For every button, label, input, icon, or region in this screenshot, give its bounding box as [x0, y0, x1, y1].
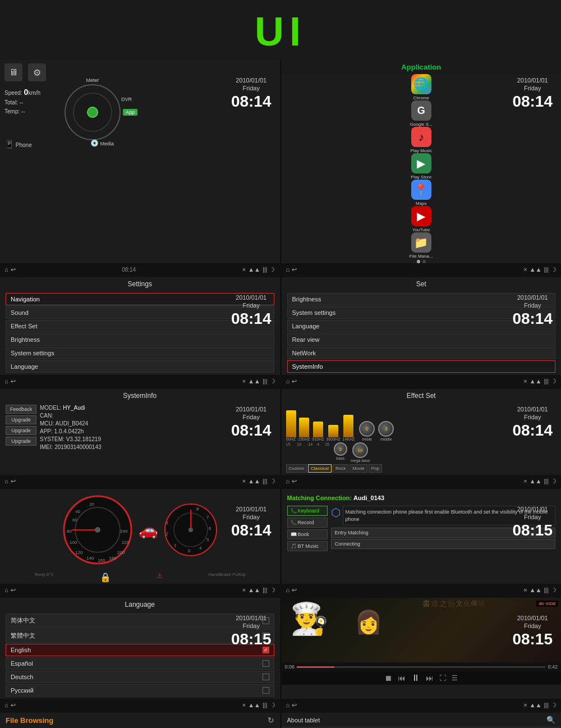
set-sysinfo[interactable]: SystemInfo [287, 360, 556, 373]
treble-knob[interactable]: 0 [359, 421, 375, 437]
file-label: File Mana... [410, 254, 433, 259]
lang-spanish[interactable]: Español [6, 657, 274, 670]
sysinfo-back-btn[interactable]: ↩ [11, 478, 16, 485]
lang-russian-checkbox[interactable] [263, 687, 269, 694]
bass-knob[interactable]: 2 [334, 442, 347, 456]
upgrade-btn-2[interactable]: Upgrade [6, 426, 36, 435]
set-home-btn[interactable]: ⌂ [286, 378, 290, 384]
panel-application: Application 🌐 Chrome G Google S... ♪ Pla… [282, 60, 562, 276]
app-maps[interactable]: 📍 Maps [282, 180, 562, 206]
model-row: MODEL: HY_Audi [40, 405, 102, 411]
video-home-btn[interactable]: ⌂ [286, 702, 290, 708]
app-youtube[interactable]: ▶ YouTube [282, 206, 562, 232]
video-4k-badge: 4K VIDE [536, 601, 558, 607]
preset-classical[interactable]: Classical [308, 464, 332, 473]
woman-icon: 👩 [355, 609, 383, 635]
speedo-datetime: 2010/01/01 Friday 08:14 [231, 506, 272, 539]
home-btn[interactable]: ⌂ [4, 266, 8, 273]
play-btn[interactable]: ⏸ [411, 673, 420, 683]
bt-record[interactable]: 📞 Record [287, 518, 328, 528]
bt-book[interactable]: 📖 Book [287, 529, 328, 539]
svg-text:2: 2 [165, 532, 168, 537]
settings-system[interactable]: System settings [6, 347, 274, 359]
file-refresh-icon[interactable]: ↻ [268, 716, 274, 725]
video-content: 書 道 之 藝 文 化 傳 統 👨‍🍳 👩 4K VIDE 0:06 [282, 598, 562, 699]
speedo-home-btn[interactable]: ⌂ [4, 587, 8, 593]
video-datetime: 2010/01/01 Friday 08:15 [512, 615, 553, 648]
lang-traditional-chinese-label: 繁體中文 [11, 631, 35, 640]
speedo-back-btn[interactable]: ↩ [11, 587, 16, 594]
svg-text:4: 4 [199, 546, 202, 551]
app-back-btn[interactable]: ↩ [292, 266, 297, 273]
right-gauge-svg: 3 2 1 0 4 5 6 7 8 [163, 502, 219, 558]
app-filemanager[interactable]: 📁 File Mana... [282, 232, 562, 259]
lang-bottom-bar: ⌂↩ ×▲▲|||☽ [0, 699, 280, 711]
bt-music[interactable]: 🎵 BT Music [287, 541, 328, 551]
upgrade-btn-3[interactable]: Upgrade [6, 437, 36, 446]
effect-datetime: 2010/01/01 Friday 08:14 [512, 406, 553, 439]
bt-keyboard[interactable]: 📞 Keyboard [287, 506, 328, 516]
settings-back-btn[interactable]: ↩ [11, 378, 16, 385]
svg-text:6: 6 [209, 526, 211, 531]
lang-german[interactable]: Deutsch [6, 671, 274, 683]
set-rearview[interactable]: Rear view [287, 333, 556, 346]
progress-bar[interactable] [297, 666, 545, 668]
fullscreen-btn[interactable]: ⛶ [439, 674, 446, 682]
svg-text:160: 160 [98, 558, 105, 563]
btmusic-icon: 🎵 [291, 543, 297, 549]
app-store[interactable]: ▶ Play Store [282, 153, 562, 180]
app-music[interactable]: ♪ Play Music [282, 127, 562, 153]
settings-icon-box: ⚙ [28, 63, 46, 81]
home-time-small: 08:14 [122, 267, 136, 273]
lang-home-btn[interactable]: ⌂ [4, 702, 8, 708]
settings-brightness[interactable]: Brightness [6, 333, 274, 346]
svg-text:80: 80 [67, 529, 72, 534]
progress-fill [297, 666, 334, 668]
speedo-status: Temp 0°C 🔒 ⚠ HandBrake PullUp [0, 571, 280, 584]
about-search-icon[interactable]: 🔍 [546, 716, 555, 724]
middle-label: middle [380, 437, 392, 441]
effect-back-btn[interactable]: ↩ [292, 478, 297, 485]
next-btn[interactable]: ⏭ [426, 674, 434, 683]
set-network[interactable]: NetWork [287, 347, 556, 359]
preset-movie[interactable]: Movie [350, 464, 367, 473]
speedo-bottom-bar: ⌂↩ ×▲▲|||☽ [0, 584, 280, 596]
treble-label: treble [362, 437, 372, 441]
bt-back-btn[interactable]: ↩ [292, 587, 297, 594]
wifi-icon: ▲▲ [248, 266, 260, 273]
lang-simplified-chinese-label: 简体中文 [11, 616, 35, 625]
sysinfo-panel-title: SystemInfo [0, 389, 280, 402]
set-back-btn[interactable]: ↩ [292, 378, 297, 385]
playlist-btn[interactable]: ☰ [452, 674, 458, 682]
settings-home-btn[interactable]: ⌂ [4, 378, 8, 384]
upgrade-btn-1[interactable]: Upgrade [6, 415, 36, 424]
panel-effect: Effect Set 60HZ 230HZ 910HZ 3600HZ [282, 389, 562, 487]
app-home-btn[interactable]: ⌂ [286, 266, 290, 273]
app-label[interactable]: App [123, 109, 137, 116]
bt-home-btn[interactable]: ⌂ [286, 587, 290, 593]
megabass-knob-group: 10 mega bass [351, 442, 370, 463]
preset-rock[interactable]: Rock [333, 464, 348, 473]
megabass-knob[interactable]: 10 [352, 442, 368, 458]
middle-knob[interactable]: 3 [378, 421, 394, 437]
back-btn[interactable]: ↩ [11, 266, 16, 273]
sysinfo-bottom-bar: ⌂↩ ×▲▲|||☽ [0, 475, 280, 487]
panel-settings: Settings Navigation Sound Effect Set Bri… [0, 277, 280, 387]
temp-label: Temp 0°C [34, 572, 54, 583]
video-back-btn[interactable]: ↩ [292, 702, 297, 709]
preset-custom[interactable]: Custom [286, 464, 307, 473]
bluetooth-icon: ⬡ [331, 506, 341, 525]
bt-datetime: 2010/01/01 Friday 08:15 [512, 506, 553, 539]
feedback-btn[interactable]: Feedback [6, 405, 36, 414]
lang-back-btn[interactable]: ↩ [11, 702, 16, 709]
lang-russian[interactable]: Русский [6, 684, 274, 697]
stop-btn[interactable]: ⏹ [384, 674, 392, 683]
sysinfo-home-btn[interactable]: ⌂ [4, 478, 8, 484]
lang-german-checkbox[interactable] [263, 674, 269, 680]
preset-pop[interactable]: Pop [369, 464, 382, 473]
settings-language[interactable]: Language [6, 360, 274, 373]
prev-btn[interactable]: ⏮ [398, 674, 406, 683]
right-gauge: 3 2 1 0 4 5 6 7 8 [163, 502, 219, 558]
effect-home-btn[interactable]: ⌂ [286, 478, 290, 484]
lang-spanish-checkbox[interactable] [263, 660, 269, 667]
